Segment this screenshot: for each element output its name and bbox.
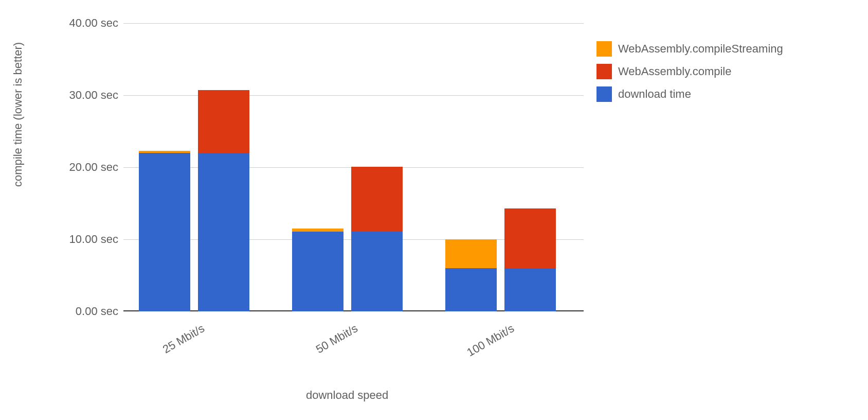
- plot-area: 40.00 sec 30.00 sec 20.00 sec 10.00 sec …: [123, 23, 584, 311]
- bar-segment-download: [504, 268, 556, 311]
- legend-swatch-download: [596, 86, 612, 102]
- bar-segment-download: [351, 232, 403, 311]
- bar-segment-download: [139, 153, 190, 311]
- bar-group: [277, 23, 430, 311]
- y-axis-label: compile time (lower is better): [11, 42, 25, 187]
- x-tick-label: 100 Mbit/s: [465, 322, 517, 359]
- y-tick-label: 0.00 sec: [51, 305, 118, 318]
- bar-segment-compile: [504, 208, 556, 268]
- y-tick-label: 10.00 sec: [51, 233, 118, 246]
- bar-segment-download: [292, 232, 343, 311]
- bar-segment-compile: [351, 167, 403, 232]
- bar-segment-download: [445, 268, 497, 311]
- legend-item: download time: [596, 86, 783, 102]
- bar-segment-compile: [198, 90, 249, 153]
- bar-segment-download: [198, 153, 249, 311]
- bar-segment-streaming: [292, 229, 343, 232]
- x-tick-label: 25 Mbit/s: [160, 322, 207, 356]
- bar-group: [123, 23, 277, 311]
- legend-item: WebAssembly.compile: [596, 64, 783, 79]
- chart-container: compile time (lower is better) download …: [21, 10, 854, 412]
- bar-segment-streaming: [445, 239, 497, 268]
- legend-item: WebAssembly.compileStreaming: [596, 41, 783, 57]
- legend-label: WebAssembly.compile: [618, 65, 731, 78]
- y-tick-label: 30.00 sec: [51, 89, 118, 102]
- legend-label: WebAssembly.compileStreaming: [618, 42, 783, 56]
- legend-swatch-streaming: [596, 41, 612, 57]
- y-tick-label: 40.00 sec: [51, 16, 118, 30]
- legend-label: download time: [618, 87, 691, 101]
- y-tick-label: 20.00 sec: [51, 161, 118, 174]
- x-tick-label: 50 Mbit/s: [314, 322, 360, 356]
- legend-swatch-compile: [596, 64, 612, 79]
- bar-group: [430, 23, 583, 311]
- x-axis-label: download speed: [306, 389, 388, 402]
- legend: WebAssembly.compileStreaming WebAssembly…: [596, 41, 783, 109]
- bar-segment-streaming: [139, 151, 190, 153]
